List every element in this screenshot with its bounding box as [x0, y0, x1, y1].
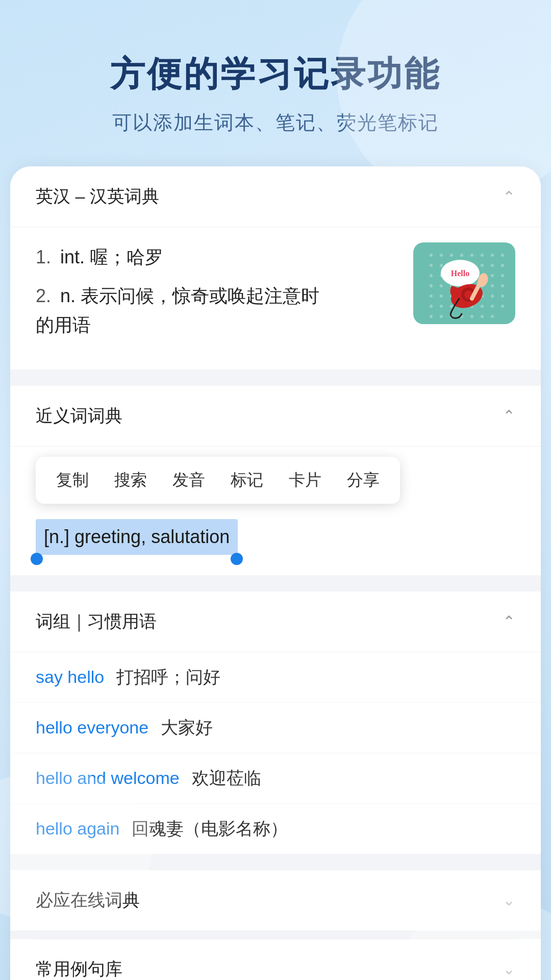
- phrase-english-4: hello again: [36, 819, 119, 839]
- biying-title: 必应在线词典: [36, 889, 140, 912]
- phrase-item-2[interactable]: hello everyone 大家好: [10, 703, 541, 753]
- phrase-english-1: say hello: [36, 667, 104, 687]
- svg-point-43: [450, 305, 453, 308]
- svg-point-1: [430, 254, 433, 257]
- changyong-title: 常用例句库: [36, 958, 122, 980]
- phrases-title: 词组｜习惯用语: [36, 610, 157, 633]
- context-menu-search[interactable]: 搜索: [114, 469, 147, 492]
- svg-point-2: [440, 254, 443, 257]
- phrase-item-1[interactable]: say hello 打招呼；问好: [10, 652, 541, 703]
- main-card: 英汉 – 汉英词典 ⌃ 1. int. 喔；哈罗 2. n. 表示问候，惊奇或唤…: [10, 166, 541, 980]
- phrases-chevron-icon: ⌃: [503, 612, 515, 630]
- phrase-item-4[interactable]: hello again 回魂妻（电影名称）: [10, 804, 541, 854]
- svg-point-25: [430, 284, 433, 287]
- changyong-header[interactable]: 常用例句库 ⌄: [10, 939, 541, 980]
- definitions: 1. int. 喔；哈罗 2. n. 表示问候，惊奇或唤起注意时的用语: [36, 242, 398, 349]
- phrase-chinese-2: 大家好: [161, 716, 213, 740]
- svg-point-5: [470, 254, 473, 257]
- phrase-english-3: hello and welcome: [36, 768, 180, 788]
- synonym-title: 近义词词典: [36, 404, 122, 428]
- svg-point-14: [481, 264, 484, 267]
- eng-han-section-header[interactable]: 英汉 – 汉英词典 ⌃: [10, 166, 541, 227]
- header-title: 方便的学习记录功能: [31, 51, 520, 97]
- svg-point-42: [440, 305, 443, 308]
- svg-point-50: [440, 315, 443, 318]
- svg-point-10: [440, 264, 443, 267]
- phrases-section-header[interactable]: 词组｜习惯用语 ⌃: [10, 592, 541, 652]
- svg-point-6: [481, 254, 484, 257]
- phrase-chinese-1: 打招呼；问好: [116, 666, 220, 689]
- svg-point-15: [491, 264, 494, 267]
- svg-point-49: [430, 315, 433, 318]
- eng-han-content: 1. int. 喔；哈罗 2. n. 表示问候，惊奇或唤起注意时的用语: [10, 227, 541, 370]
- changyong-chevron-icon: ⌄: [503, 960, 515, 978]
- context-menu-card[interactable]: 卡片: [289, 469, 321, 492]
- svg-point-16: [501, 264, 504, 267]
- context-menu-pronounce[interactable]: 发音: [172, 469, 205, 492]
- synonym-content: [n.] greeting, salutation: [10, 514, 541, 575]
- definition-row: 1. int. 喔；哈罗 2. n. 表示问候，惊奇或唤起注意时的用语: [36, 242, 515, 349]
- svg-point-7: [491, 254, 494, 257]
- svg-point-46: [481, 305, 484, 308]
- header-section: 方便的学习记录功能 可以添加生词本、笔记、荧光笔标记: [0, 0, 551, 166]
- svg-text:Hello: Hello: [451, 269, 469, 278]
- svg-point-53: [470, 315, 473, 318]
- eng-han-title: 英汉 – 汉英词典: [36, 185, 159, 208]
- svg-point-17: [430, 274, 433, 277]
- phrase-chinese-4: 回魂妻（电影名称）: [132, 817, 288, 841]
- divider-3: [10, 862, 541, 870]
- context-menu-share[interactable]: 分享: [347, 469, 380, 492]
- svg-point-8: [501, 254, 504, 257]
- phrase-chinese-3: 欢迎莅临: [192, 767, 261, 790]
- synonym-chevron-icon: ⌃: [503, 407, 515, 425]
- selection-handle-right[interactable]: [231, 553, 243, 565]
- biying-header[interactable]: 必应在线词典 ⌄: [10, 870, 541, 930]
- divider-1: [10, 378, 541, 386]
- header-subtitle: 可以添加生词本、笔记、荧光笔标记: [31, 110, 520, 136]
- svg-point-55: [491, 315, 494, 318]
- svg-point-3: [450, 254, 453, 257]
- hello-image: Hello: [413, 242, 515, 324]
- selection-handle-left[interactable]: [31, 553, 43, 565]
- phrase-english-2: hello everyone: [36, 718, 148, 738]
- context-menu-copy[interactable]: 复制: [56, 469, 89, 492]
- eng-han-chevron-icon: ⌃: [503, 188, 515, 206]
- phrases-section: 词组｜习惯用语 ⌃ say hello 打招呼；问好 hello everyon…: [10, 592, 541, 854]
- svg-point-47: [491, 305, 494, 308]
- svg-point-33: [430, 295, 433, 298]
- context-menu: 复制 搜索 发音 标记 卡片 分享: [36, 457, 400, 504]
- svg-point-40: [501, 295, 504, 298]
- svg-point-4: [460, 254, 463, 257]
- svg-point-31: [491, 284, 494, 287]
- svg-point-39: [491, 295, 494, 298]
- biying-chevron-icon: ⌄: [503, 891, 515, 909]
- def-item-2: 2. n. 表示问候，惊奇或唤起注意时的用语: [36, 281, 398, 340]
- svg-point-32: [501, 284, 504, 287]
- synonym-section: 近义词词典 ⌃ 复制 搜索 发音 标记 卡片 分享 [n.] greeting,…: [10, 386, 541, 575]
- svg-point-48: [501, 305, 504, 308]
- svg-point-34: [440, 295, 443, 298]
- biying-section: 必应在线词典 ⌄: [10, 870, 541, 930]
- svg-point-54: [481, 315, 484, 318]
- divider-2: [10, 583, 541, 592]
- changyong-section: 常用例句库 ⌄: [10, 939, 541, 980]
- eng-han-section: 英汉 – 汉英词典 ⌃ 1. int. 喔；哈罗 2. n. 表示问候，惊奇或唤…: [10, 166, 541, 370]
- svg-point-26: [440, 284, 443, 287]
- def-item-1: 1. int. 喔；哈罗: [36, 242, 398, 272]
- svg-point-24: [501, 274, 504, 277]
- svg-point-23: [491, 274, 494, 277]
- synonym-highlighted-text: [n.] greeting, salutation: [36, 519, 238, 555]
- svg-point-41: [430, 305, 433, 308]
- context-menu-mark[interactable]: 标记: [231, 469, 263, 492]
- svg-point-9: [430, 264, 433, 267]
- phrase-item-3[interactable]: hello and welcome 欢迎莅临: [10, 753, 541, 804]
- synonym-section-header[interactable]: 近义词词典 ⌃: [10, 386, 541, 447]
